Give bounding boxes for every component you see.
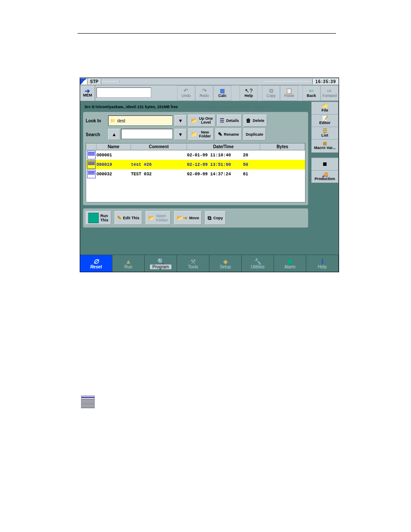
move-icon: 📂➜	[177, 215, 187, 221]
clock: 16:35:39	[312, 79, 339, 84]
details-button[interactable]: ☰Details	[217, 115, 242, 127]
search-dropdown[interactable]: ▼	[174, 129, 187, 140]
search-up-button[interactable]: ▲	[108, 129, 120, 140]
file-bytes: 20	[243, 153, 260, 158]
nav-utilities[interactable]: 🔧Utilities	[242, 255, 274, 272]
file-name: O00032	[97, 172, 131, 177]
nav-tools[interactable]: ⚒Tools	[177, 255, 209, 272]
program-file-icon	[87, 151, 96, 159]
forward-button[interactable]: ⇨Forward	[321, 85, 339, 101]
program-file-icon	[87, 160, 96, 169]
app-logo-icon	[80, 78, 87, 84]
calc-icon: ▦	[220, 88, 225, 93]
nav-alarm[interactable]: ⬢Alarm	[274, 255, 306, 272]
undo-icon: ↶	[184, 88, 188, 93]
details-icon: ☰	[220, 118, 224, 124]
nav-run[interactable]: ▲Run	[112, 255, 145, 272]
lookin-dropdown[interactable]: ▼	[174, 115, 187, 126]
run-this-icon	[88, 213, 99, 223]
main-toolbar: ➔ MEM ↶Undo ↷Redo ▦Calc ↖?Help ⧉Copy 📋Pa…	[80, 85, 339, 101]
sidebar-macrovar[interactable]: ≣Macro Var...	[311, 139, 338, 152]
new-folder-icon: 📁	[191, 131, 197, 137]
bottom-nav: ∅Reset ▲Run 🔍Program ⚒Tools ◆Setup 🔧Util…	[80, 255, 339, 272]
col-name[interactable]: Name	[97, 143, 131, 150]
mem-indicator: ➔ MEM	[80, 85, 95, 101]
file-name: O00001	[97, 153, 131, 158]
move-button[interactable]: 📂➜Move	[174, 211, 202, 225]
calc-button[interactable]: ▦Calc	[213, 85, 231, 101]
sidebar-file[interactable]: 📁File	[311, 102, 338, 114]
new-folder-button[interactable]: 📁New Folder	[188, 128, 214, 140]
toolbar-input[interactable]	[97, 87, 151, 98]
square-icon	[323, 162, 327, 166]
cnc-file-manager-screenshot: STP 16:35:39 ➔ MEM ↶Undo ↷Redo ▦Calc ↖?H…	[80, 78, 339, 272]
nav-help[interactable]: ℹHelp	[306, 255, 339, 272]
title-bar: STP 16:35:39	[80, 78, 339, 85]
paste-button[interactable]: 📋Paste	[280, 85, 298, 101]
up-one-level-button[interactable]: 📂Up One Level	[188, 115, 215, 127]
rename-button[interactable]: ✎Rename	[215, 128, 242, 140]
lookin-value: dest	[117, 118, 125, 123]
alarm-icon: ⬢	[287, 258, 293, 264]
copy-button[interactable]: ⧉Copy	[262, 85, 280, 101]
setup-icon: ◆	[223, 258, 228, 264]
redo-button[interactable]: ↷Redo	[195, 85, 213, 101]
run-icon: ▲	[125, 258, 131, 264]
mem-arrow-icon: ➔	[85, 89, 90, 93]
paste-icon: 📋	[286, 88, 293, 93]
reset-icon: ∅	[93, 258, 99, 264]
table-row[interactable]: O00019test #2602-12-99 13:51:0050	[86, 160, 305, 169]
lookin-label: Look In	[86, 118, 106, 123]
file-list[interactable]: O0000102-01-99 11:10:4020O00019test #260…	[86, 150, 305, 202]
search-field[interactable]	[121, 129, 173, 139]
col-datetime[interactable]: Date/Time	[187, 143, 260, 150]
nav-reset[interactable]: ∅Reset	[80, 255, 112, 272]
status-line: Src D:\x\com\yaskaw...\dest\ 131 bytes, …	[83, 104, 308, 110]
file-datetime: 02-09-99 14:37:24	[187, 172, 243, 177]
back-button[interactable]: ⇦Back	[302, 85, 321, 101]
duplicate-button[interactable]: Duplicate	[243, 128, 266, 140]
title-blank-1	[101, 81, 120, 82]
delete-button[interactable]: 🗑Delete	[243, 115, 267, 127]
production-icon: 🚚	[322, 172, 328, 177]
file-datetime: 02-01-99 11:10:40	[187, 153, 243, 158]
file-name: O00019	[97, 162, 131, 167]
sidebar: 📁File 📝Editor ☰List ≣Macro Var... 🚚Produ…	[311, 101, 339, 255]
file-list-header: Name Comment Date/Time Bytes	[86, 143, 305, 150]
redo-icon: ↷	[202, 88, 207, 93]
col-bytes[interactable]: Bytes	[260, 143, 305, 150]
file-comment: test #26	[131, 162, 187, 167]
edit-icon: ✎	[117, 215, 121, 221]
table-row[interactable]: O00032TEST 03202-09-99 14:37:2461	[86, 169, 305, 179]
title-blank-2	[264, 81, 312, 82]
sidebar-editor[interactable]: 📝Editor	[311, 114, 338, 127]
file-comment: TEST 032	[131, 172, 187, 177]
sidebar-production[interactable]: 🚚Production	[311, 170, 338, 183]
status-dest: Dest D:\x\com\yaskaw...\gcode\ 160KB, 15…	[183, 105, 272, 109]
sidebar-list[interactable]: ☰List	[311, 127, 338, 139]
file-datetime: 02-12-99 13:51:00	[187, 162, 243, 167]
search-label: Search	[86, 132, 106, 137]
forward-arrow-icon: ⇨	[327, 88, 332, 93]
status-src: Src D:\x\com\yaskaw...\dest\ 131 bytes, …	[84, 105, 178, 109]
help-button[interactable]: ↖?Help	[240, 85, 258, 101]
table-row[interactable]: O0000102-01-99 11:10:4020	[86, 150, 305, 160]
main-pane: Src D:\x\com\yaskaw...\dest\ 131 bytes, …	[80, 101, 311, 255]
editor-icon: 📝	[322, 116, 328, 121]
open-folder-icon: 📂	[148, 215, 155, 221]
nav-program[interactable]: 🔍Program	[145, 255, 177, 272]
back-arrow-icon: ⇦	[309, 88, 314, 93]
info-icon: ℹ	[321, 258, 324, 264]
undo-button[interactable]: ↶Undo	[177, 85, 195, 101]
copy-icon: ⧉	[269, 88, 273, 93]
title-stp: STP	[87, 79, 101, 84]
nav-setup[interactable]: ◆Setup	[209, 255, 242, 272]
lookin-field[interactable]: 📁 dest	[108, 115, 173, 126]
open-folder-button[interactable]: 📂Open Folder	[146, 211, 171, 225]
run-this-button[interactable]: Run This	[86, 211, 111, 225]
edit-this-button[interactable]: ✎Edit This	[115, 211, 142, 225]
col-comment[interactable]: Comment	[131, 143, 187, 150]
file-bytes: 61	[243, 172, 260, 177]
copy-file-button[interactable]: ⧉Copy	[205, 211, 226, 225]
program-icon: 🔍	[157, 258, 165, 264]
